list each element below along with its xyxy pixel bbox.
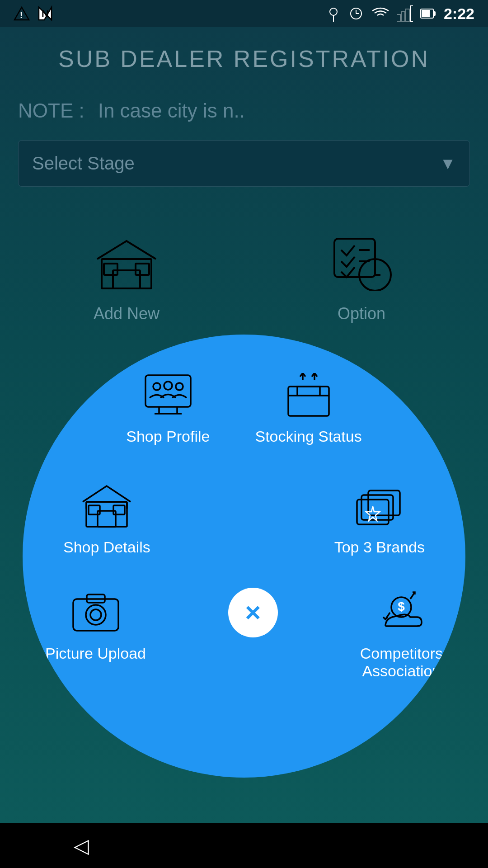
signal-icon [397,5,413,22]
close-button[interactable]: × [228,588,278,637]
add-new-label: Add New [94,304,160,323]
add-new-card[interactable]: Add New [18,214,235,341]
picture-upload-item[interactable]: Picture Upload [45,588,146,662]
competitors-association-item[interactable]: $ Competitors Association [360,588,443,680]
svg-rect-62 [398,836,416,854]
home-button[interactable] [226,827,262,863]
svg-rect-14 [422,10,430,17]
picture-upload-label: Picture Upload [45,645,146,662]
svg-rect-39 [288,387,329,416]
popup-bottom-row: Picture Upload × $ [45,588,443,680]
svg-rect-11 [406,9,409,22]
option-icon [325,232,398,295]
close-icon: × [245,599,261,626]
status-bar: ! N [0,0,488,27]
svg-rect-53 [73,599,118,631]
status-left-icons: ! N [14,5,53,22]
svg-point-61 [233,835,255,856]
battery-icon [420,5,436,22]
svg-rect-20 [136,264,149,275]
svg-point-38 [176,383,183,390]
stocking-status-item[interactable]: Stocking Status [255,371,361,445]
chevron-down-icon: ▼ [440,154,456,173]
svg-point-37 [164,382,172,390]
shop-details-item[interactable]: Shop Details [63,481,150,556]
shop-details-icon [80,481,134,531]
location-icon [326,5,341,22]
svg-point-54 [86,605,106,625]
svg-rect-19 [104,264,117,275]
back-button[interactable]: ◁ [63,827,99,863]
stocking-status-icon [282,371,336,420]
picture-upload-icon [69,588,123,637]
shop-profile-label: Shop Profile [126,428,210,445]
warning-icon: ! [14,5,30,22]
svg-rect-10 [401,12,405,22]
note-label: NOTE : [18,99,84,122]
recent-button[interactable] [389,827,425,863]
svg-point-36 [153,383,160,390]
n-icon: N [37,5,53,22]
competitors-association-icon: $ [374,588,428,637]
home-circle-icon [231,833,257,858]
add-new-icon [90,232,163,295]
status-right-icons: 2:22 [326,5,474,23]
stocking-status-label: Stocking Status [255,428,361,445]
page-title: SUB DEALER REGISTRATION [18,45,470,72]
top-3-brands-item[interactable]: Top 3 Brands [334,481,425,556]
popup-overlay: Shop Profile Stockin [23,335,465,778]
popup-top-row: Shop Profile Stockin [126,371,361,445]
shop-profile-item[interactable]: Shop Profile [126,371,210,445]
option-label: Option [338,304,385,323]
status-time: 2:22 [444,5,474,23]
alarm-icon [348,5,364,22]
main-content: SUB DEALER REGISTRATION NOTE : In case c… [0,27,488,823]
popup-mid-row: Shop Details Top 3 Brands [63,481,425,556]
svg-rect-32 [145,375,191,407]
svg-rect-15 [433,11,436,16]
select-stage-dropdown[interactable]: Select Stage ▼ [18,140,470,187]
competitors-association-label: Competitors Association [360,645,443,680]
recent-square-icon [396,835,418,856]
select-stage-placeholder: Select Stage [32,153,135,174]
option-card[interactable]: Option [253,214,470,341]
svg-point-55 [90,609,101,620]
note-value: In case city is n.. [98,99,245,122]
bottom-navigation: ◁ [0,823,488,868]
note-section: NOTE : In case city is n.. [18,99,470,122]
shop-details-label: Shop Details [63,538,150,556]
back-icon: ◁ [74,834,89,857]
svg-rect-9 [397,14,400,22]
svg-rect-12 [410,5,413,22]
svg-text:N: N [42,8,49,19]
svg-point-4 [330,8,337,15]
wifi-icon [371,5,389,22]
svg-text:!: ! [20,11,23,20]
svg-text:$: $ [398,599,405,613]
shop-profile-icon [141,371,195,420]
top-3-brands-label: Top 3 Brands [334,538,425,556]
top-3-brands-icon [352,481,407,531]
